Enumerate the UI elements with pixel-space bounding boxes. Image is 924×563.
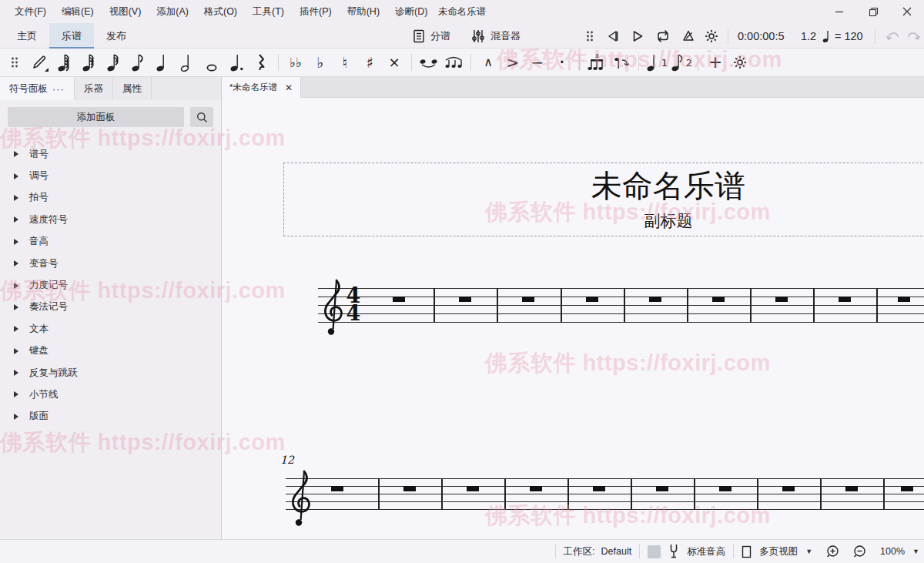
- whole-measure-rest[interactable]: [719, 486, 732, 491]
- palette-item[interactable]: 文本: [0, 318, 221, 340]
- whole-measure-rest[interactable]: [586, 297, 598, 302]
- menu-item-5[interactable]: 格式(O): [197, 2, 244, 22]
- menu-item-6[interactable]: 工具(T): [246, 2, 291, 22]
- rest-button[interactable]: [249, 51, 273, 74]
- whole-measure-rest[interactable]: [393, 297, 405, 302]
- palette-item[interactable]: 小节线: [0, 384, 221, 405]
- palette-item[interactable]: 奏法记号: [0, 297, 221, 318]
- whole-measure-rest[interactable]: [593, 486, 605, 491]
- natural-button[interactable]: ♮: [333, 51, 357, 74]
- whole-measure-rest[interactable]: [712, 297, 725, 302]
- palette-item[interactable]: 反复与跳跃: [0, 362, 221, 384]
- whole-measure-rest[interactable]: [775, 297, 788, 302]
- whole-measure-rest[interactable]: [530, 486, 542, 491]
- main-tab[interactable]: 乐谱: [49, 23, 94, 49]
- slur-button[interactable]: [442, 51, 465, 74]
- add-palettes-button[interactable]: 添加面板: [8, 107, 184, 127]
- tie-button[interactable]: [417, 51, 440, 74]
- close-button[interactable]: [890, 0, 924, 23]
- expand-arrow-icon[interactable]: [14, 173, 18, 179]
- note-quarter-button[interactable]: [151, 51, 174, 74]
- note-whole-button[interactable]: [200, 51, 223, 74]
- barline[interactable]: [757, 478, 758, 510]
- expand-arrow-icon[interactable]: [14, 391, 18, 397]
- barline[interactable]: [567, 478, 569, 510]
- tab-properties[interactable]: 属性: [113, 77, 152, 100]
- palette-item[interactable]: 谱号: [0, 143, 221, 165]
- toolbar-drag-handle[interactable]: [3, 51, 26, 74]
- treble-clef[interactable]: [288, 469, 314, 531]
- whole-measure-rest[interactable]: [656, 486, 668, 491]
- playback-settings-button[interactable]: [701, 25, 722, 46]
- parts-button[interactable]: 分谱: [407, 25, 457, 46]
- barline[interactable]: [694, 478, 695, 510]
- undo-button[interactable]: [882, 25, 903, 46]
- note-64th-button[interactable]: [52, 51, 75, 74]
- staccato-button[interactable]: ·: [551, 51, 574, 74]
- note-16th-button[interactable]: [102, 51, 125, 74]
- barline[interactable]: [497, 288, 498, 323]
- palette-item[interactable]: 调号: [0, 165, 221, 186]
- barline[interactable]: [813, 288, 815, 323]
- augmentation-dot-button[interactable]: [225, 51, 248, 74]
- expand-arrow-icon[interactable]: [14, 239, 18, 245]
- palette-menu-dots-icon[interactable]: ···: [52, 83, 65, 95]
- note-half-button[interactable]: [176, 51, 199, 74]
- barline[interactable]: [820, 478, 822, 510]
- expand-arrow-icon[interactable]: [14, 348, 18, 354]
- tenuto-button[interactable]: −: [526, 51, 549, 74]
- palette-search-button[interactable]: [190, 107, 213, 127]
- menu-item-7[interactable]: 插件(P): [293, 2, 339, 22]
- palette-item[interactable]: 音高: [0, 231, 221, 253]
- barline[interactable]: [434, 288, 435, 323]
- rewind-button[interactable]: [602, 25, 624, 46]
- whole-measure-rest[interactable]: [522, 297, 534, 302]
- barline[interactable]: [750, 288, 752, 323]
- flip-direction-button[interactable]: [610, 51, 633, 74]
- whole-measure-rest[interactable]: [901, 486, 913, 491]
- barline[interactable]: [687, 288, 688, 323]
- whole-measure-rest[interactable]: [782, 486, 795, 491]
- note-8th-button[interactable]: [126, 51, 149, 74]
- redo-button[interactable]: [903, 25, 924, 46]
- note-input-button[interactable]: [28, 51, 51, 74]
- palette-item[interactable]: 键盘: [0, 340, 221, 362]
- expand-arrow-icon[interactable]: [14, 151, 18, 157]
- tuplet-button[interactable]: 3: [585, 51, 608, 74]
- loop-playback-button[interactable]: [652, 25, 674, 46]
- whole-measure-rest[interactable]: [649, 297, 661, 302]
- sharp-button[interactable]: ♯: [358, 51, 381, 74]
- flat-button[interactable]: ♭: [309, 51, 332, 74]
- barline[interactable]: [378, 478, 380, 510]
- dropdown-caret-icon[interactable]: ▼: [912, 548, 919, 555]
- playback-drag-handle[interactable]: [579, 25, 601, 46]
- expand-arrow-icon[interactable]: [14, 216, 18, 223]
- zoom-level-button[interactable]: 100%: [880, 546, 905, 557]
- treble-clef-icon[interactable]: [288, 469, 314, 531]
- expand-arrow-icon[interactable]: [14, 304, 18, 310]
- barline[interactable]: [504, 478, 506, 510]
- zoom-in-button[interactable]: [826, 545, 841, 559]
- palette-item[interactable]: 拍号: [0, 187, 221, 209]
- palette-item[interactable]: 版面: [0, 406, 221, 427]
- menu-item-8[interactable]: 帮助(H): [340, 2, 387, 22]
- whole-measure-rest[interactable]: [403, 486, 416, 491]
- double-flat-button[interactable]: ♭♭: [284, 51, 307, 74]
- document-tab[interactable]: *未命名乐谱 ✕: [222, 77, 301, 98]
- main-tab[interactable]: 发布: [94, 23, 139, 49]
- note-32nd-button[interactable]: [77, 51, 100, 74]
- barline[interactable]: [441, 478, 443, 510]
- marcato-button[interactable]: ∧: [477, 51, 500, 74]
- add-button[interactable]: +: [704, 51, 727, 74]
- expand-arrow-icon[interactable]: [14, 370, 18, 376]
- toolbar-settings-button[interactable]: [728, 51, 752, 74]
- time-signature[interactable]: 44: [345, 287, 362, 322]
- tab-instruments[interactable]: 乐器: [75, 77, 113, 100]
- expand-arrow-icon[interactable]: [14, 283, 18, 289]
- whole-measure-rest[interactable]: [845, 486, 858, 491]
- metronome-button[interactable]: [678, 25, 699, 46]
- concert-pitch-button[interactable]: 标准音高: [687, 545, 725, 558]
- menu-item-4[interactable]: 添加(A): [149, 2, 196, 22]
- palette-item[interactable]: 力度记号: [0, 274, 221, 296]
- score-subtitle[interactable]: 副标题: [284, 210, 924, 232]
